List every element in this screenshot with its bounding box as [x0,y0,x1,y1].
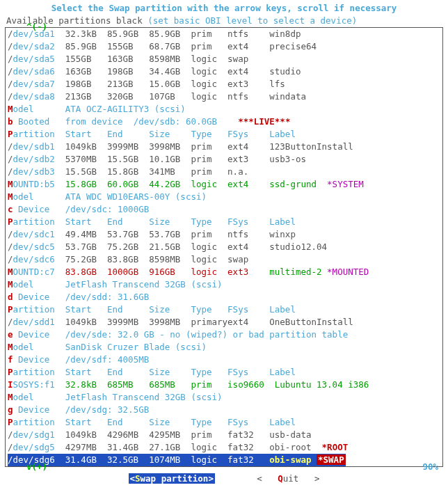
angle-right-icon: > [208,473,214,484]
subtitle-hint: (set basic OBI level to select a device) [147,15,357,26]
partition-row[interactable]: /dev/sda7 198GB 213GB 15.0GB logic ext3 … [8,78,440,90]
partition-row[interactable]: /dev/sda6 163GB 198GB 34.4GB logic ext4 … [8,65,440,78]
partition-row[interactable]: /dev/sdd1 1049kB 3999MB 3998MB primaryex… [8,316,440,328]
angle-right-icon: > [314,473,320,484]
swap-label-rest: wap partition [141,473,209,484]
quit-button[interactable]: < Quit > [257,473,319,484]
column-headers: Partition Start End Size Type FSys Label [8,303,440,316]
selected-partition-row[interactable]: /dev/sdg6 31.4GB 32.5GB 1074MB logic fat… [8,454,440,466]
iso-row: ISOSYS:f1 32.8kB 685MB 685MB prim iso966… [8,379,440,391]
device-row: e Device /dev/sde: 32.0 GB - no (wiped?)… [8,328,440,341]
column-headers: Partition Start End Size Type FSys Label [8,128,440,141]
partition-row[interactable]: /dev/sdc6 75.2GB 83.8GB 8598MB logic swa… [8,253,440,266]
scroll-down-indicator[interactable]: v(+) [26,461,47,473]
partition-row[interactable]: /dev/sdc1 49.4MB 53.7GB 53.7GB prim ntfs… [8,228,440,241]
subtitle: Available partitions black (set basic OB… [2,15,446,27]
partition-row[interactable]: /dev/sdb3 15.5GB 15.8GB 341MB prim n.a. [8,166,440,178]
scroll-percent: 90% [422,461,438,473]
device-row: g Device /dev/sdg: 32.5GB [8,404,440,416]
partition-row[interactable]: /dev/sda1 32.3kB 85.9GB 85.9GB prim ntfs… [8,28,440,40]
model-row: Model ATA OCZ-AGILITY3 (scsi) [8,103,440,116]
partition-row[interactable]: /dev/sdc5 53.7GB 75.2GB 21.5GB logic ext… [8,241,440,253]
model-row: Model JetFlash Transcend 32GB (scsi) [8,278,440,291]
page-title: Select the Swap partition with the arrow… [2,2,446,15]
device-row: c Device /dev/sdc: 1000GB [8,203,440,216]
partition-row[interactable]: /dev/sdg5 4297MB 31.4GB 27.1GB logic fat… [8,441,440,454]
partition-list-frame: ^(-) /dev/sda1 32.3kB 85.9GB 85.9GB prim… [5,27,443,467]
partition-row[interactable]: /dev/sdg1 1049kB 4296MB 4295MB prim fat3… [8,429,440,441]
model-row: Model ATA WDC WD10EARS-00Y (scsi) [8,191,440,203]
mounted-row: MOUNTD:c7 83.8GB 1000GB 916GB logic ext3… [8,266,440,278]
partition-row[interactable]: /dev/sda5 155GB 163GB 8598MB logic swap [8,53,440,65]
button-bar: <Swap partition> < Quit > [2,473,446,485]
partition-row[interactable]: /dev/sdb1 1049kB 3999MB 3998MB prim ext4… [8,141,440,153]
quit-label-rest: uit [283,473,299,484]
column-headers: Partition Start End Size Type FSys Label [8,216,440,228]
device-row: d Device /dev/sdd: 31.6GB [8,291,440,303]
booted-row: b Booted from device /dev/sdb: 60.0GB **… [8,116,440,128]
scroll-up-indicator[interactable]: ^(-) [26,21,47,33]
partition-row[interactable]: /dev/sda8 213GB 320GB 107GB logic ntfs w… [8,90,440,103]
partition-row[interactable]: /dev/sda2 85.9GB 155GB 68.7GB prim ext4 … [8,40,440,53]
swap-partition-button[interactable]: <Swap partition> [129,473,215,484]
angle-left-icon: < [257,473,262,484]
hotkey-q: Q [278,473,283,484]
model-row: Model JetFlash Transcend 32GB (scsi) [8,391,440,404]
model-row: Model SanDisk Cruzer Blade (scsi) [8,341,440,354]
column-headers: Partition Start End Size Type FSys Label [8,366,440,379]
angle-left-icon: < [130,473,136,484]
mounted-row: MOUNTD:b5 15.8GB 60.0GB 44.2GB logic ext… [8,178,440,191]
partition-row[interactable]: /dev/sdb2 5370MB 15.5GB 10.1GB prim ext3… [8,153,440,166]
column-headers: Partition Start End Size Type FSys Label [8,416,440,429]
hotkey-s: S [135,473,141,484]
device-row: f Device /dev/sdf: 4005MB [8,354,440,366]
